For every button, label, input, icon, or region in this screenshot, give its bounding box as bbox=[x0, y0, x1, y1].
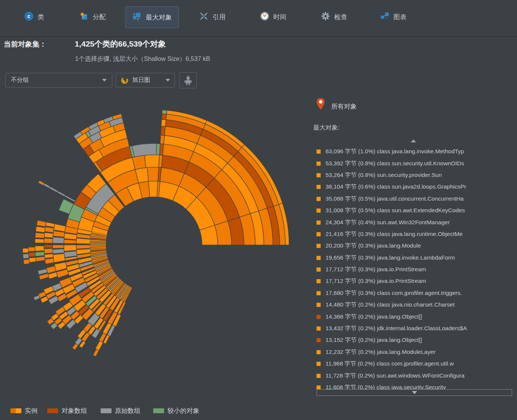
sunburst-segment[interactable] bbox=[45, 258, 54, 264]
scroll-up-arrow[interactable] bbox=[411, 139, 416, 142]
biggest-object-row[interactable]: 13,152 字节 (0.2%) java.lang.Object[] bbox=[317, 334, 517, 346]
sunburst-segment[interactable] bbox=[148, 181, 158, 197]
biggest-object-row[interactable]: 20,200 字节 (0.3%) java.lang.Module bbox=[317, 240, 517, 252]
sunburst-segment[interactable] bbox=[36, 226, 45, 232]
sunburst-segment[interactable] bbox=[28, 247, 35, 252]
biggest-object-row[interactable]: 19,656 字节 (0.3%) java.lang.invoke.Lambda… bbox=[317, 252, 517, 264]
object-type-bullet bbox=[317, 221, 321, 225]
tab-time[interactable]: 时间 bbox=[258, 6, 289, 27]
sunburst-segment[interactable] bbox=[23, 254, 29, 258]
tab-graphs[interactable]: 图表 bbox=[378, 6, 409, 27]
sunburst-segment[interactable] bbox=[53, 245, 64, 248]
classes-icon: c bbox=[24, 11, 34, 23]
sunburst-segment[interactable] bbox=[53, 231, 65, 237]
biggest-object-row[interactable]: 53,392 字节 (0.8%) class sun.security.util… bbox=[317, 157, 517, 169]
tab-inspections[interactable]: 检查 bbox=[318, 6, 350, 27]
sunburst-segment[interactable] bbox=[54, 224, 66, 232]
sunburst-segment[interactable] bbox=[35, 246, 44, 251]
object-label: 24,304 字节 (0.4%) sun.awt.Win32FontManage… bbox=[326, 219, 450, 227]
tab-allocations[interactable]: 分配 bbox=[77, 6, 108, 27]
legend-item-primitive-array: 原始数组 bbox=[101, 406, 140, 415]
sunburst-segment[interactable] bbox=[90, 246, 106, 247]
sunburst-segment[interactable] bbox=[44, 254, 53, 258]
grouping-value: 不分组 bbox=[11, 76, 29, 84]
all-objects-label: 所有对象 bbox=[331, 102, 357, 111]
biggest-object-row[interactable]: 38,104 字节 (0.6%) class sun.java2d.loops.… bbox=[317, 181, 517, 193]
scroll-down-bar[interactable] bbox=[317, 389, 512, 396]
sunburst-segment[interactable] bbox=[161, 119, 166, 127]
sunburst-segment[interactable] bbox=[29, 252, 36, 257]
sunburst-segment[interactable] bbox=[64, 233, 77, 240]
sunburst-segment[interactable] bbox=[23, 248, 29, 253]
biggest-object-row[interactable]: 35,088 字节 (0.5%) java.util.concurrent.Co… bbox=[317, 193, 517, 205]
sunburst-segment[interactable] bbox=[45, 227, 54, 233]
object-label: 53,264 字节 (0.8%) sun.security.provider.S… bbox=[326, 171, 442, 179]
tab-references[interactable]: 引用 bbox=[197, 6, 228, 27]
sunburst-segment[interactable] bbox=[35, 233, 45, 238]
sunburst-segment[interactable] bbox=[132, 144, 157, 157]
biggest-object-row[interactable]: 12,232 字节 (0.2%) java.lang.ModuleLayer bbox=[317, 346, 517, 358]
sunburst-segment[interactable] bbox=[53, 249, 64, 254]
biggest-object-row[interactable]: 53,264 字节 (0.8%) sun.security.provider.S… bbox=[317, 169, 517, 181]
grouping-dropdown[interactable]: 不分组 bbox=[5, 73, 112, 88]
biggest-object-row[interactable]: 17,712 字节 (0.3%) java.io.PrintStream bbox=[317, 275, 517, 287]
sunburst-segment[interactable] bbox=[90, 245, 106, 246]
sunburst-segment[interactable] bbox=[53, 237, 64, 243]
biggest-object-row[interactable]: 11,608 字节 (0.2%) class java.security.Sec… bbox=[317, 382, 517, 390]
sunburst-segment[interactable] bbox=[44, 245, 53, 248]
biggest-object-row[interactable]: 17,680 字节 (0.3%) class com.jprofiler.age… bbox=[317, 287, 517, 299]
sunburst-segment[interactable] bbox=[57, 191, 66, 196]
sunburst-segment[interactable] bbox=[53, 254, 65, 263]
biggest-object-row[interactable]: 24,304 字节 (0.4%) sun.awt.Win32FontManage… bbox=[317, 216, 517, 228]
sunburst-segment[interactable] bbox=[161, 114, 166, 120]
object-set-detail: 1个选择步骤, 浅层大小（Shallow Size）6,537 kB bbox=[75, 55, 210, 63]
biggest-object-row[interactable]: 31,008 字节 (0.5%) class sun.awt.ExtendedK… bbox=[317, 205, 517, 216]
sunburst-segment[interactable] bbox=[36, 220, 46, 227]
sunburst-segment[interactable] bbox=[147, 167, 159, 181]
sunburst-segment[interactable] bbox=[160, 135, 164, 144]
sunburst-segment[interactable] bbox=[145, 155, 160, 168]
biggest-object-row[interactable]: 11,968 字节 (0.2%) class com.jprofiler.age… bbox=[317, 358, 517, 370]
sunburst-segment[interactable] bbox=[45, 222, 54, 227]
sunburst-segment[interactable] bbox=[156, 144, 160, 155]
robot-icon bbox=[184, 75, 193, 86]
object-type-bullet bbox=[317, 279, 321, 283]
sunburst-segment[interactable] bbox=[38, 180, 45, 186]
biggest-object-row[interactable]: 11,728 字节 (0.2%) sun.awt.windows.WFontCo… bbox=[317, 370, 517, 381]
sunburst-segment[interactable] bbox=[49, 186, 58, 192]
object-type-bullet bbox=[317, 362, 321, 366]
sunburst-segment[interactable] bbox=[90, 243, 106, 244]
sunburst-segment[interactable] bbox=[35, 252, 45, 256]
object-type-bullet bbox=[317, 374, 321, 378]
sunburst-chart[interactable] bbox=[0, 90, 308, 376]
sunburst-segment[interactable] bbox=[36, 257, 45, 261]
tab-label: 检查 bbox=[334, 12, 347, 21]
tab-classes[interactable]: c 类 bbox=[22, 6, 47, 27]
tab-label: 最大对象 bbox=[146, 13, 172, 22]
sunburst-segment[interactable] bbox=[64, 245, 77, 251]
sunburst-segment[interactable] bbox=[44, 233, 53, 238]
biggest-object-row[interactable]: 21,416 字节 (0.3%) class java.lang.runtime… bbox=[317, 228, 517, 240]
biggest-object-row[interactable]: 63,096 字节 (1.0%) class java.lang.invoke.… bbox=[317, 146, 517, 157]
sunburst-segment[interactable] bbox=[23, 259, 29, 264]
sunburst-segment[interactable] bbox=[162, 110, 167, 114]
biggest-object-row[interactable]: 14,480 字节 (0.2%) class java.nio.charset.… bbox=[317, 299, 517, 311]
tab-biggest-objects[interactable]: 最大对象 bbox=[125, 6, 179, 28]
sunburst-segment[interactable] bbox=[35, 239, 44, 243]
sunburst-segment[interactable] bbox=[76, 238, 90, 244]
ai-assistant-button[interactable] bbox=[179, 72, 197, 88]
sunburst-segment[interactable] bbox=[64, 239, 76, 243]
sunburst-segment[interactable] bbox=[44, 238, 53, 243]
sunburst-segment[interactable] bbox=[29, 257, 36, 262]
legend-label: 对象数组 bbox=[62, 406, 87, 415]
sunburst-segment[interactable] bbox=[33, 295, 40, 301]
view-type-dropdown[interactable]: 旭日图 bbox=[116, 73, 175, 88]
sunburst-segment[interactable] bbox=[93, 349, 99, 357]
biggest-object-row[interactable]: 14,368 字节 (0.2%) java.lang.Object[] bbox=[317, 311, 517, 322]
sunburst-segment[interactable] bbox=[76, 245, 90, 249]
biggest-object-row[interactable]: 17,712 字节 (0.3%) java.io.PrintStream bbox=[317, 264, 517, 275]
sunburst-segment[interactable] bbox=[44, 248, 53, 254]
sunburst-segment[interactable] bbox=[43, 183, 50, 189]
sunburst-segment[interactable] bbox=[161, 126, 165, 136]
biggest-object-row[interactable]: 13,432 字节 (0.2%) jdk.internal.loader.Cla… bbox=[317, 323, 517, 334]
